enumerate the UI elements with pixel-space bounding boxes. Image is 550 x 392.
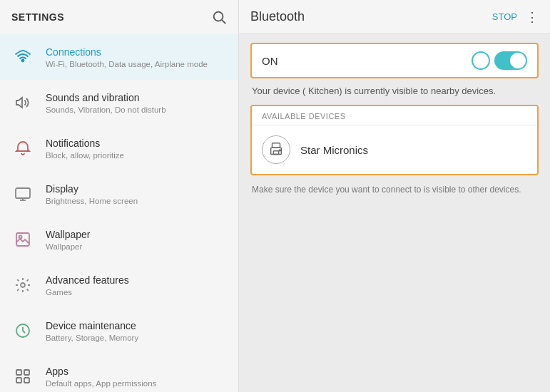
svg-rect-7 [16, 233, 29, 246]
svg-marker-3 [16, 98, 22, 108]
page-title: Bluetooth [250, 9, 305, 24]
svg-rect-12 [24, 370, 29, 375]
notifications-sublabel: Block, allow, prioritize [46, 151, 227, 160]
header-actions: STOP ⋮ [492, 9, 539, 25]
svg-line-1 [222, 20, 225, 24]
toggle-icons [472, 51, 527, 70]
toggle-off-icon [472, 51, 490, 70]
bluetooth-content: ON Your device ( Kitchen) is currently v… [239, 34, 550, 392]
make-visible-text: Make sure the device you want to connect… [250, 184, 539, 196]
device-sublabel: Battery, Storage, Memory [46, 334, 227, 342]
available-devices-section: AVAILABLE DEVICES Star Micronics [250, 105, 539, 175]
sidebar-item-connections[interactable]: Connections Wi-Fi, Bluetooth, Data usage… [0, 34, 238, 80]
apps-sublabel: Default apps, App permissions [46, 379, 227, 388]
stop-button[interactable]: STOP [492, 11, 517, 22]
advanced-label: Advanced features [46, 274, 227, 287]
wallpaper-icon [11, 228, 34, 251]
sidebar-item-notifications[interactable]: Notifications Block, allow, prioritize [0, 125, 238, 171]
search-icon[interactable] [211, 9, 227, 25]
display-sublabel: Brightness, Home screen [46, 197, 227, 205]
sidebar-item-device[interactable]: Device maintenance Battery, Storage, Mem… [0, 308, 238, 354]
svg-rect-11 [16, 370, 21, 375]
device-row[interactable]: Star Micronics [252, 125, 537, 174]
apps-label: Apps [46, 365, 227, 378]
display-label: Display [46, 182, 227, 195]
sidebar-item-apps[interactable]: Apps Default apps, App permissions [0, 354, 238, 392]
more-options-icon[interactable]: ⋮ [526, 9, 539, 25]
toggle-label: ON [262, 55, 278, 67]
visible-text: Your device ( Kitchen) is currently visi… [250, 86, 539, 96]
wallpaper-label: Wallpaper [46, 228, 227, 241]
display-text: Display Brightness, Home screen [46, 182, 227, 205]
sidebar-item-wallpaper[interactable]: Wallpaper Wallpaper [0, 217, 238, 262]
bluetooth-toggle-row[interactable]: ON [250, 43, 539, 78]
svg-rect-13 [16, 378, 21, 383]
sounds-text: Sounds and vibration Sounds, Vibration, … [46, 91, 227, 113]
svg-point-0 [214, 12, 223, 21]
connections-icon [11, 46, 34, 68]
printer-icon [262, 135, 290, 164]
sidebar-header: SETTINGS [0, 0, 238, 34]
svg-point-9 [21, 283, 25, 287]
wallpaper-sublabel: Wallpaper [46, 242, 227, 251]
svg-point-8 [19, 236, 22, 239]
device-label: Device maintenance [46, 319, 227, 332]
toggle-on-switch[interactable] [494, 51, 527, 70]
sidebar: SETTINGS Connections Wi-Fi, Bluetooth, D… [0, 0, 239, 392]
svg-point-19 [280, 150, 281, 151]
connections-sublabel: Wi-Fi, Bluetooth, Data usage, Airplane m… [46, 60, 227, 68]
device-name: Star Micronics [300, 144, 368, 156]
notifications-icon [11, 137, 34, 160]
sounds-icon [11, 91, 34, 114]
notifications-text: Notifications Block, allow, prioritize [46, 137, 227, 159]
sounds-sublabel: Sounds, Vibration, Do not disturb [46, 105, 227, 114]
sounds-label: Sounds and vibration [46, 91, 227, 104]
wallpaper-text: Wallpaper Wallpaper [46, 228, 227, 250]
svg-rect-14 [24, 378, 29, 383]
notifications-label: Notifications [46, 137, 227, 150]
apps-icon [11, 365, 34, 388]
display-icon [11, 182, 34, 205]
sidebar-item-display[interactable]: Display Brightness, Home screen [0, 171, 238, 217]
connections-text: Connections Wi-Fi, Bluetooth, Data usage… [46, 46, 227, 68]
apps-text: Apps Default apps, App permissions [46, 365, 227, 387]
settings-title: SETTINGS [11, 11, 64, 23]
connections-label: Connections [46, 46, 227, 58]
main-header: Bluetooth STOP ⋮ [239, 0, 550, 34]
sidebar-item-sounds[interactable]: Sounds and vibration Sounds, Vibration, … [0, 80, 238, 125]
advanced-sublabel: Games [46, 288, 227, 296]
svg-point-2 [22, 60, 24, 62]
device-text: Device maintenance Battery, Storage, Mem… [46, 319, 227, 341]
svg-rect-16 [273, 143, 280, 148]
advanced-icon [11, 274, 34, 296]
device-maintenance-icon [11, 319, 34, 342]
advanced-text: Advanced features Games [46, 274, 227, 296]
sidebar-item-advanced[interactable]: Advanced features Games [0, 262, 238, 308]
main-content: Bluetooth STOP ⋮ ON Your device ( Kitche… [239, 0, 550, 392]
svg-rect-4 [16, 188, 30, 198]
available-devices-header: AVAILABLE DEVICES [252, 106, 537, 125]
svg-rect-18 [273, 151, 278, 155]
